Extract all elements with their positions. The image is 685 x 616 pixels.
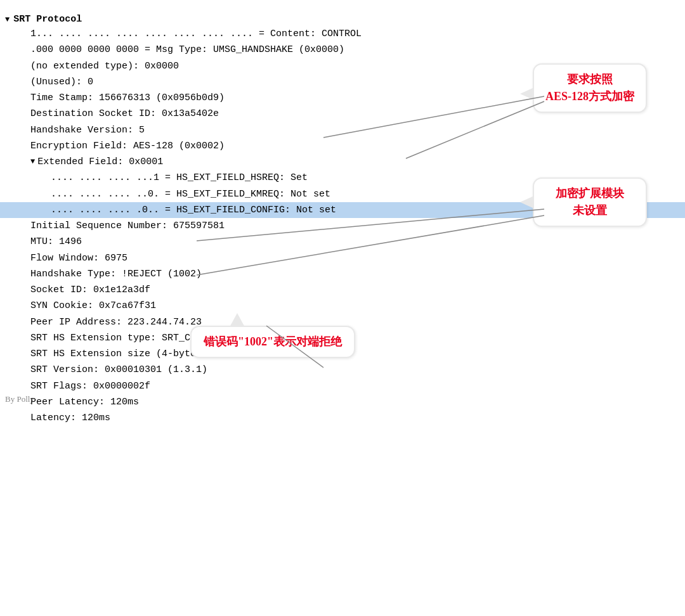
callout-error-code-line1: 错误码"1002"表示对端拒绝 (204, 335, 342, 348)
field-msg-type: .000 0000 0000 0000 = Msg Type: UMSG_HAN… (0, 42, 685, 58)
srt-protocol-header[interactable]: ▼ SRT Protocol (0, 13, 685, 26)
field-msg-type-text: .000 0000 0000 0000 = Msg Type: UMSG_HAN… (30, 42, 344, 57)
field-isn-text: Initial Sequence Number: 675597581 (30, 219, 225, 233)
protocol-section: ▼ SRT Protocol 1... .... .... .... .... … (0, 8, 685, 431)
field-peer-ip-text: Peer IP Address: 223.244.74.23 (30, 315, 202, 330)
field-latency: Latency: 120ms (0, 410, 685, 426)
field-encryption-text: Encryption Field: AES-128 (0x0002) (30, 139, 225, 153)
field-dest-socket-text: Destination Socket ID: 0x13a5402e (30, 106, 219, 121)
field-content-text: 1... .... .... .... .... .... .... .... … (30, 27, 362, 41)
callout-aes128-line2: AES-128方式加密 (545, 90, 634, 103)
field-content: 1... .... .... .... .... .... .... .... … (0, 26, 685, 42)
field-socket-id-text: Socket ID: 0x1e12a3df (30, 283, 150, 297)
field-syn-cookie-text: SYN Cookie: 0x7ca67f31 (30, 298, 156, 313)
field-mtu: MTU: 1496 (0, 234, 685, 250)
field-mtu-text: MTU: 1496 (30, 234, 82, 249)
callout-error-code: 错误码"1002"表示对端拒绝 (190, 326, 355, 358)
field-kmreq-text: .... .... .... ..0. = HS_EXT_FIELD_KMREQ… (51, 187, 330, 202)
field-hs-version: Handshake Version: 5 (0, 122, 685, 138)
extended-field-header[interactable]: ▼ Extended Field: 0x0001 (0, 154, 685, 170)
collapse-chevron: ▼ (5, 15, 10, 24)
protocol-title: SRT Protocol (13, 14, 82, 25)
field-hs-type-text: Handshake Type: !REJECT (1002) (30, 267, 202, 281)
field-srt-flags: SRT Flags: 0x0000002f (0, 378, 685, 394)
field-syn-cookie: SYN Cookie: 0x7ca67f31 (0, 298, 685, 314)
field-no-ext-type-text: (no extended type): 0x0000 (30, 59, 179, 74)
field-unused-text: (Unused): 0 (30, 75, 93, 89)
callout-ext-module-line1: 加密扩展模块 (556, 187, 624, 200)
field-encryption: Encryption Field: AES-128 (0x0002) (0, 138, 685, 154)
field-srt-flags-text: SRT Flags: 0x0000002f (30, 379, 150, 394)
field-srt-version-text: SRT Version: 0x00010301 (1.3.1) (30, 363, 207, 377)
extended-field-chevron: ▼ (30, 156, 35, 168)
callout-ext-module-line2: 未设置 (573, 204, 607, 217)
callout-aes128-line1: 要求按照 (567, 73, 613, 86)
field-hs-version-text: Handshake Version: 5 (30, 123, 145, 138)
field-hs-type: Handshake Type: !REJECT (1002) (0, 266, 685, 282)
field-peer-latency: Peer Latency: 120ms (0, 394, 685, 410)
field-socket-id: Socket ID: 0x1e12a3df (0, 282, 685, 298)
field-timestamp-text: Time Stamp: 156676313 (0x0956b0d9) (30, 91, 225, 105)
field-peer-latency-text: Peer Latency: 120ms (30, 395, 139, 409)
callout-ext-module: 加密扩展模块 未设置 (533, 177, 647, 227)
watermark: By Polly (5, 394, 34, 404)
field-latency-text: Latency: 120ms (30, 411, 110, 425)
callout-aes128: 要求按照 AES-128方式加密 (533, 63, 647, 113)
field-hsreq-text: .... .... .... ...1 = HS_EXT_FIELD_HSREQ… (51, 170, 308, 185)
field-config-text: .... .... .... .0.. = HS_EXT_FIELD_CONFI… (51, 203, 336, 217)
field-flow-window: Flow Window: 6975 (0, 250, 685, 266)
field-srt-version: SRT Version: 0x00010301 (1.3.1) (0, 362, 685, 378)
field-flow-window-text: Flow Window: 6975 (30, 251, 127, 266)
extended-field-title: Extended Field: 0x0001 (37, 155, 163, 169)
